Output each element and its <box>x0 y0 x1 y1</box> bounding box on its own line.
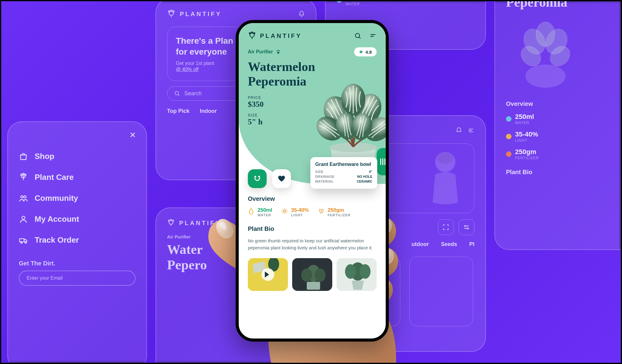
svg-point-51 <box>320 212 321 214</box>
svg-point-48 <box>319 211 320 212</box>
plant-icon <box>19 173 28 182</box>
ov-light-val: 35-40% <box>291 207 309 213</box>
tt-v2: CERAMIC <box>357 180 372 183</box>
bg-email-placeholder: Enter your Email <box>27 275 63 281</box>
svg-point-57 <box>301 268 312 282</box>
ov-fert-val: 250gm <box>328 207 351 213</box>
pot-icon <box>458 0 473 2</box>
bg-right-stat-0: 250ml <box>515 113 534 120</box>
fertilizer-icon <box>318 208 325 214</box>
person-illustration <box>419 147 471 207</box>
svg-point-4 <box>21 174 22 175</box>
bg-search-placeholder: Search <box>184 90 202 97</box>
bell-icon <box>456 127 462 134</box>
svg-rect-10 <box>20 239 24 242</box>
tt-k2: MATERIAL <box>315 180 334 183</box>
svg-point-3 <box>175 92 179 95</box>
bio-text: No green thumb required to keep our arti… <box>248 237 377 251</box>
bg-brand: PLANTIFY <box>179 220 221 227</box>
svg-point-9 <box>22 216 25 219</box>
svg-point-7 <box>21 196 23 198</box>
bg-strip-water-label: WATER <box>346 2 364 6</box>
tt-v1: NO HOLE <box>357 175 372 178</box>
cart-smile-icon <box>253 174 262 183</box>
ov-water-val: 250ml <box>258 207 272 213</box>
sun-icon <box>281 208 288 214</box>
bg-right-stat-2: 250gm <box>515 148 536 156</box>
bg-nav-community: Community <box>19 194 135 203</box>
ov-fert-lbl: FERTILIZER <box>328 213 351 217</box>
phone-frame: PLANTIFY Air Purifier ★ 4.8 Watermelon P… <box>236 20 389 342</box>
bg-screen-detail: Peperomia Overview 250mlWATER 35-40%LIGH… <box>494 0 622 250</box>
svg-point-8 <box>24 196 26 198</box>
bio-title: Plant Bio <box>248 225 377 232</box>
svg-point-19 <box>525 65 566 88</box>
bg-nav-account: My Account <box>19 214 135 224</box>
side-handle[interactable] <box>377 148 389 175</box>
filter-icon <box>459 219 474 235</box>
svg-point-22 <box>536 22 555 47</box>
rating-value: 4.8 <box>365 49 372 55</box>
paw-icon <box>275 49 281 55</box>
menu-icon <box>468 127 474 134</box>
bg-nav-label-2: Community <box>35 194 78 203</box>
search-icon <box>174 90 180 96</box>
svg-point-31 <box>278 50 279 51</box>
logo-icon <box>167 10 176 18</box>
svg-point-15 <box>172 220 173 221</box>
bag-icon <box>19 152 28 161</box>
user-icon <box>19 215 28 224</box>
svg-point-11 <box>21 242 22 243</box>
svg-point-29 <box>355 33 360 38</box>
svg-point-26 <box>249 33 251 34</box>
play-icon <box>261 268 274 281</box>
brand: PLANTIFY <box>248 32 302 40</box>
svg-point-47 <box>322 209 323 210</box>
gallery-thumb-1[interactable] <box>292 258 332 291</box>
favorite-button[interactable] <box>272 169 291 188</box>
tt-v0: 4" <box>369 170 372 174</box>
svg-point-12 <box>25 242 26 243</box>
bg-nav-label-3: My Account <box>35 214 79 224</box>
add-to-cart-button[interactable] <box>248 169 267 188</box>
svg-point-2 <box>173 11 174 12</box>
bg-tab-1: Indoor <box>200 108 217 114</box>
search-icon[interactable] <box>354 32 361 39</box>
bg-nav-label-0: Shop <box>35 152 54 161</box>
bg-nav-plantcare: Plant Care <box>19 173 135 182</box>
svg-point-13 <box>168 220 169 221</box>
product-tag-label: Air Purifier <box>248 49 273 55</box>
svg-point-58 <box>315 268 326 282</box>
truck-icon <box>19 236 28 245</box>
bg-right-stat-1-l: LIGHT <box>515 138 538 143</box>
product-tag: Air Purifier <box>248 49 281 55</box>
menu-icon[interactable] <box>369 32 377 39</box>
svg-point-50 <box>322 211 323 212</box>
svg-point-42 <box>255 176 256 177</box>
bg2-tab-0: utdoor <box>412 241 429 248</box>
bg-right-stat-0-l: WATER <box>515 121 534 125</box>
svg-point-45 <box>319 209 320 210</box>
logo-icon <box>167 219 175 227</box>
overview-fertilizer: 250gmFERTILIZER <box>318 207 351 217</box>
bg-nav-label-4: Track Order <box>35 235 79 245</box>
gallery <box>248 258 377 291</box>
svg-point-33 <box>277 52 279 54</box>
ov-water-lbl: WATER <box>258 213 272 217</box>
ov-light-lbl: LIGHT <box>291 213 309 217</box>
bg-right-overview-title: Overview <box>506 100 622 107</box>
svg-point-18 <box>467 228 468 229</box>
star-icon: ★ <box>359 49 363 55</box>
svg-point-14 <box>170 219 172 221</box>
svg-point-0 <box>169 11 170 12</box>
svg-point-46 <box>321 209 322 210</box>
gallery-thumb-2[interactable] <box>337 258 377 291</box>
overview-water: 250mlWATER <box>248 207 272 217</box>
bg-screen-menu: ✕ Shop Plant Care Community My Account T… <box>7 121 147 364</box>
svg-point-62 <box>345 264 356 279</box>
bg2-tab-2: Pl <box>469 241 474 248</box>
svg-point-32 <box>279 50 280 52</box>
heart-icon <box>278 175 285 183</box>
rating-badge[interactable]: ★ 4.8 <box>354 47 377 56</box>
gallery-thumb-video[interactable] <box>248 258 288 291</box>
